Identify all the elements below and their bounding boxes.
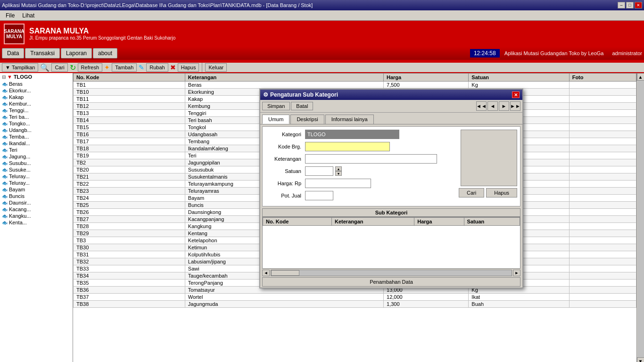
sidebar-item-label: Bayam (9, 187, 25, 192)
close-button[interactable]: ✕ (635, 2, 642, 8)
dialog-batal-button[interactable]: Batal (291, 102, 313, 110)
sidebar-item[interactable]: 🐟Teri (0, 147, 73, 153)
input-pot-jual[interactable] (305, 191, 333, 200)
nav-laporan[interactable]: Laporan (61, 48, 92, 58)
table-row[interactable]: TB1Beras7,500Kg (74, 82, 636, 89)
sidebar-item[interactable]: 🐟Kangku... (0, 213, 73, 219)
tambah-button[interactable]: Tambah (112, 63, 137, 72)
sidebar-item[interactable]: 🐟Kacang... (0, 206, 73, 213)
item-icon: 🐟 (2, 200, 8, 206)
sidebar-item[interactable]: 🐟Teluray... (0, 180, 73, 186)
cell-foto (569, 181, 636, 188)
sidebar-item[interactable]: 🐟Udangb... (0, 127, 73, 133)
sidebar-item[interactable]: 🐟Kembur... (0, 100, 73, 107)
scroll-up-button[interactable]: ▲ (637, 73, 644, 81)
menu-file[interactable]: File (2, 11, 18, 20)
cell-foto (569, 294, 636, 301)
hapus-button[interactable]: Hapus (178, 63, 199, 72)
sidebar-item-label: Ikandal... (9, 140, 30, 146)
sidebar-item-label: Beras (9, 81, 23, 87)
sub-kategori-header: Sub Kategori (262, 208, 520, 217)
cell-foto (569, 216, 636, 223)
cari-button[interactable]: Cari (51, 63, 67, 72)
sidebar-item[interactable]: 🐟Tongko... (0, 120, 73, 127)
hscroll-right-button[interactable]: ► (513, 270, 520, 276)
item-icon: 🐟 (2, 161, 8, 166)
input-keterangan[interactable] (305, 154, 437, 164)
vertical-scrollbar[interactable]: ▲ ▼ (636, 73, 644, 362)
hscroll-thumb[interactable] (271, 270, 299, 276)
dialog-cari-button[interactable]: Cari (459, 188, 484, 197)
dialog-nav-prev[interactable]: ◄ (487, 101, 498, 111)
cell-kode: TB28 (74, 223, 185, 230)
input-harga[interactable] (305, 179, 371, 188)
minimize-button[interactable]: – (618, 2, 625, 8)
dialog-simpan-button[interactable]: Simpan (262, 102, 290, 110)
sidebar-item[interactable]: 🐟Bayam (0, 186, 73, 193)
scroll-track[interactable] (637, 81, 644, 357)
sidebar-item[interactable]: 🐟Buncis (0, 193, 73, 199)
sidebar-item[interactable]: 🐟Daunsir... (0, 199, 73, 206)
sidebar-item[interactable]: 🐟Beras (0, 81, 73, 87)
maximize-button[interactable]: □ (626, 2, 634, 8)
table-row[interactable]: TB37Wortel12,000Ikat (74, 294, 636, 301)
tab-deskripsi[interactable]: Deskripsi (290, 115, 324, 124)
refresh-button[interactable]: Refresh (78, 63, 103, 72)
nav-transaksi[interactable]: Transaksi (25, 48, 60, 58)
tab-umum[interactable]: Umum (262, 115, 289, 124)
cell-foto (569, 138, 636, 145)
input-satuan[interactable] (305, 166, 333, 176)
dialog-nav-next[interactable]: ► (499, 101, 509, 111)
penambahan-data-button[interactable]: Penambahan Data (262, 277, 520, 287)
spin-down-button[interactable]: ▼ (335, 171, 342, 176)
sidebar-item-label: Kacang... (9, 206, 31, 212)
dialog-icon: ⚙ (263, 91, 268, 98)
sidebar-root[interactable]: ⊟ ▼ TLOGO (0, 73, 73, 81)
item-icon: 🐟 (2, 154, 8, 159)
hscroll-left-button[interactable]: ◄ (262, 270, 270, 276)
sidebar-item[interactable]: 🐟Jagung... (0, 153, 73, 160)
dialog-hapus-button[interactable]: Hapus (486, 188, 517, 197)
tampilkan-button[interactable]: ▼ Tampilkan (2, 63, 38, 72)
sidebar-item[interactable]: 🐟Teri ba... (0, 114, 73, 120)
dialog-nav-first[interactable]: ◄◄ (476, 101, 487, 111)
cell-foto (569, 202, 636, 209)
sidebar-item[interactable]: 🐟Temba... (0, 133, 73, 140)
spin-up-button[interactable]: ▲ (335, 166, 342, 171)
input-kode-brg[interactable] (305, 142, 390, 151)
sidebar-item-label: Jagung... (9, 154, 30, 159)
sidebar-item[interactable]: 🐟Ekorkur... (0, 87, 73, 94)
sidebar-item-label: Temba... (9, 134, 29, 140)
cell-foto (569, 131, 636, 138)
sidebar-item-label: Kangku... (9, 213, 31, 219)
table-row[interactable]: TB38Jagungmuda1,300Buah (74, 301, 636, 308)
dialog-nav-last[interactable]: ►► (510, 101, 520, 111)
cell-kode: TB34 (74, 272, 185, 280)
sidebar-item[interactable]: 🐟Tenggi... (0, 107, 73, 114)
dialog-close-button[interactable]: ✕ (512, 91, 520, 98)
cell-foto (569, 280, 636, 287)
tree-expand-icon: ⊟ (2, 74, 6, 80)
cell-kode: TB23 (74, 188, 185, 195)
dialog-form-area: Kategori Kode Brg. Keterangan Satuan (262, 126, 520, 206)
sidebar-item[interactable]: 🐟Kakap (0, 94, 73, 100)
sidebar-item[interactable]: 🐟Susuke... (0, 166, 73, 173)
hscroll-track[interactable] (271, 270, 512, 276)
sidebar-item[interactable]: 🐟Teluray... (0, 173, 73, 180)
sidebar-item[interactable]: 🐟Kenta... (0, 219, 73, 226)
menu-lihat[interactable]: Lihat (18, 11, 38, 20)
item-icon: 🐟 (2, 220, 8, 225)
nav-about[interactable]: about (93, 48, 117, 58)
keluar-button[interactable]: Keluar (205, 63, 227, 72)
rubah-button[interactable]: Rubah (146, 63, 168, 72)
horizontal-scrollbar[interactable]: ◄ ► (262, 270, 520, 276)
company-logo: SARANA MULYA (4, 24, 25, 44)
scroll-down-button[interactable]: ▼ (637, 357, 644, 362)
nav-data[interactable]: Data (2, 48, 24, 58)
input-kategori[interactable] (305, 130, 399, 139)
tab-informasi-lainya[interactable]: Informasi lainya (325, 115, 374, 124)
form-row-keterangan: Keterangan (265, 154, 457, 164)
company-name: SARANA MULYA (29, 27, 175, 35)
sidebar-item[interactable]: 🐟Susubu... (0, 160, 73, 166)
sidebar-item[interactable]: 🐟Ikandal... (0, 140, 73, 147)
